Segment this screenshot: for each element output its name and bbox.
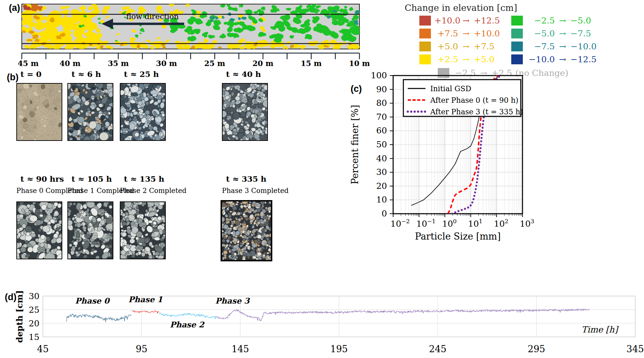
x-tick-label: 10−2 (390, 218, 410, 229)
gsd-chart: 010203040506070809010010−210−11001011021… (336, 71, 544, 241)
panel-b-label: (b) (7, 72, 18, 83)
x-tick-label: 195 (330, 344, 348, 354)
legend-entry-label: Initial GSD (430, 84, 471, 93)
x-tick-label: 100 (442, 218, 457, 229)
ruler-label: 45 m (18, 59, 39, 68)
color-swatch (511, 16, 523, 26)
photo-caption: t = 0 (20, 69, 42, 79)
y-tick-label: 0 (382, 209, 387, 218)
y-tick-label: 20 (29, 319, 39, 328)
y-tick-label: 70 (376, 112, 387, 122)
flow-direction-label: flow direction (126, 12, 179, 21)
legend-range-label: −5.0→−7.5 (527, 28, 602, 39)
flume-elevation-map: flow direction45 m40 m35 m30 m25 m20 m15… (19, 3, 363, 71)
x-tick-label: 10−1 (416, 218, 436, 229)
y-tick-label: 40 (376, 153, 387, 163)
y-tick-label: 90 (376, 84, 387, 94)
photo-caption: t ≈ 90 hrs (20, 174, 64, 183)
photo-caption: t ≈ 40 h (226, 69, 261, 79)
ruler-label: 10 m (349, 59, 370, 68)
depth-series-phase-2 (159, 312, 216, 319)
legend-row: −7.5→−10.0 (371, 42, 644, 52)
y-tick-label: 15 (29, 332, 39, 342)
legend-row: −10.0→−12.5 (371, 54, 644, 65)
bed-photo-t90hrs (16, 201, 62, 259)
ruler-label: 40 m (60, 59, 81, 68)
x-tick-label: 102 (494, 218, 509, 229)
legend-entry-label: After Phase 3 (t = 335 h) (430, 108, 523, 116)
y-tick-label: 10 (376, 195, 387, 205)
legend-range-label: −2.5→−5.0 (527, 15, 602, 26)
bed-photo-t335h (221, 200, 272, 261)
legend-range-label: −7.5→−10.0 (527, 41, 602, 52)
photo-caption: t ≈ 105 h (71, 174, 112, 183)
x-axis-label: Particle Size [mm] (415, 231, 501, 242)
legend-entry-label: After Phase 0 (t = 90 h) (430, 96, 518, 104)
x-tick-label: 345 (626, 344, 644, 354)
phase-label: Phase 3 (215, 296, 251, 305)
bed-photo-t6h (67, 83, 113, 141)
photo-subcaption: Phase 3 Completed (222, 186, 289, 195)
x-tick-label: 295 (528, 344, 545, 354)
bed-photo-t40h (222, 83, 268, 141)
distance-ruler: 45 m40 m35 m30 m25 m20 m15 m10 m (18, 53, 370, 68)
depth-series-phase-0 (67, 314, 131, 322)
color-swatch (511, 54, 523, 64)
ruler-label: 25 m (204, 59, 225, 68)
y-tick-label: 25 (29, 305, 39, 315)
x-tick-label: 95 (136, 344, 147, 354)
photo-caption: t ≈ 25 h (124, 69, 159, 79)
photo-caption: t ≈ 335 h (226, 174, 267, 183)
panel-d-label: (d) (5, 292, 16, 303)
legend-title: Change in elevation [cm] (401, 3, 521, 13)
y-tick-label: 30 (29, 291, 39, 301)
depth-series-phase-1 (132, 311, 159, 313)
x-tick-label: 101 (468, 218, 483, 229)
legend-row: −2.5→−5.0 (371, 16, 644, 27)
x-tick-label: 103 (520, 218, 534, 229)
photo-caption: t ≈ 6 h (71, 69, 101, 79)
depth-series-phase-3 (216, 309, 590, 321)
phase-label: Phase 2 (170, 320, 205, 329)
y-tick-label: 100 (371, 70, 387, 80)
phase-label: Phase 1 (128, 295, 163, 304)
y-tick-label: 30 (376, 167, 387, 177)
color-swatch (511, 42, 523, 51)
phase-label: Phase 0 (75, 296, 111, 305)
y-tick-label: 20 (376, 181, 387, 191)
y-tick-label: 80 (376, 98, 387, 108)
x-tick-label: 145 (231, 344, 249, 354)
ruler-label: 20 m (253, 59, 274, 68)
photo-subcaption: Phase 2 Completed (120, 186, 187, 195)
x-tick-label: 245 (429, 344, 447, 354)
y-tick-label: 60 (376, 126, 387, 135)
color-swatch (511, 29, 523, 38)
chart-legend: Initial GSDAfter Phase 0 (t = 90 h)After… (403, 80, 523, 116)
bed-photo-t0 (16, 83, 62, 141)
bed-photo-t135h (120, 201, 166, 259)
ruler-label: 35 m (108, 59, 129, 68)
y-axis-label: Percent finer [%] (350, 105, 360, 184)
legend-row: −5.0→−7.5 (371, 29, 644, 39)
x-axis-label: Time [h] (581, 325, 619, 335)
ruler-label: 30 m (156, 59, 177, 68)
ruler-label: 15 m (301, 59, 322, 68)
depth-timeseries-chart: 302520154595145195245295345depth [cm]Tim… (3, 290, 643, 358)
bed-photo-t105h (67, 201, 113, 259)
y-tick-label: 50 (376, 140, 387, 149)
panel-c-label: (c) (351, 84, 362, 94)
photo-caption: t ≈ 135 h (124, 174, 164, 183)
legend-range-label: −10.0→−12.5 (527, 54, 602, 65)
bed-photo-t25h (120, 83, 166, 141)
panel-a-label: (a) (9, 3, 20, 13)
x-tick-label: 45 (37, 344, 49, 354)
